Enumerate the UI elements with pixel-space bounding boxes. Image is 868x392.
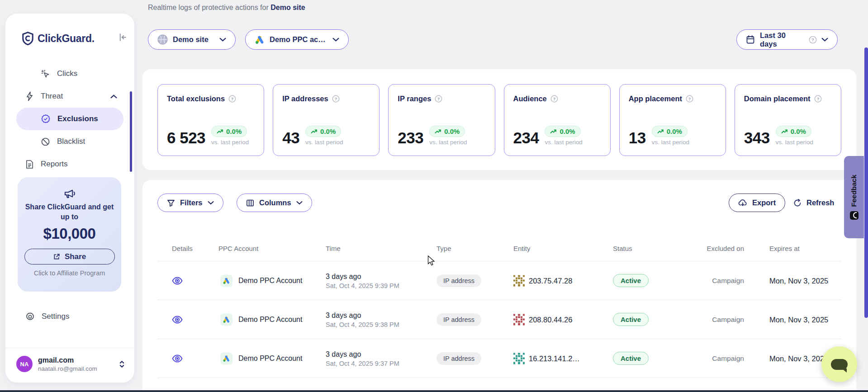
feedback-chat-icon — [850, 211, 859, 220]
stat-delta: 0.0% — [791, 128, 806, 135]
stat-value: 13 — [629, 130, 646, 146]
filters-button-label: Filters — [180, 198, 203, 207]
help-icon[interactable]: ? — [686, 95, 693, 103]
view-details-button[interactable] — [172, 316, 183, 324]
stat-card-domain-placement: Domain placement ? 343 0.0% vs. last per… — [735, 84, 841, 156]
feedback-tab[interactable]: Feedback — [844, 156, 864, 238]
sidebar-item-settings[interactable]: Settings — [5, 305, 134, 328]
sidebar-collapse-icon[interactable] — [118, 33, 128, 42]
columns-button[interactable]: Columns — [237, 194, 312, 212]
ppc-account-cell: Demo PPC Account — [220, 274, 302, 287]
subtitle-text: Realtime logs of protective actions for — [148, 4, 269, 11]
shield-logo-icon — [22, 32, 34, 45]
help-icon[interactable]: ? — [809, 36, 817, 44]
stat-caption: vs. last period — [429, 139, 467, 146]
date-range-label: Last 30 days — [760, 31, 804, 48]
refresh-button-label: Refresh — [806, 198, 834, 207]
stat-caption: vs. last period — [545, 139, 582, 146]
stat-delta: 0.0% — [320, 128, 336, 135]
view-details-button[interactable] — [172, 277, 183, 285]
view-details-button[interactable] — [172, 354, 183, 363]
affiliate-program-link[interactable]: Click to Affiliate Program — [18, 269, 121, 277]
site-selector[interactable]: Demo site — [148, 29, 236, 50]
type-cell: IP address — [436, 316, 481, 324]
type-cell: IP address — [436, 277, 481, 285]
funnel-icon — [167, 199, 175, 207]
help-icon[interactable]: ? — [814, 95, 822, 103]
entity-identicon — [513, 314, 525, 325]
chevron-down-icon — [219, 38, 226, 42]
time-absolute: Sat, Oct 4, 2025 9:37 PM — [326, 359, 399, 367]
sidebar-item-blacklist[interactable]: Blacklist — [5, 130, 134, 153]
time-relative: 3 days ago — [326, 350, 399, 358]
excluded-on-cell: Campaign — [699, 316, 744, 324]
time-relative: 3 days ago — [326, 272, 399, 280]
user-name: gmail.com — [38, 356, 97, 364]
help-icon[interactable]: ? — [228, 95, 236, 103]
chevron-up-icon[interactable] — [110, 94, 117, 99]
external-link-icon — [53, 253, 61, 260]
sidebar-item-threat[interactable]: Threat — [5, 85, 134, 108]
status-cell: Active — [613, 354, 649, 363]
stat-delta: 0.0% — [667, 128, 682, 135]
share-button[interactable]: Share — [24, 249, 115, 264]
help-icon[interactable]: ? — [332, 95, 340, 103]
sidebar-nav: Clicks Threat — [5, 62, 134, 175]
svg-text:?: ? — [816, 97, 819, 101]
entity-value: 16.213.141.2… — [529, 354, 580, 363]
lightning-icon — [25, 91, 34, 101]
chat-launcher-button[interactable] — [821, 346, 857, 382]
columns-icon — [246, 199, 254, 207]
sidebar-item-exclusions[interactable]: Exclusions — [16, 108, 123, 130]
stat-delta: 0.0% — [560, 128, 575, 135]
sidebar-item-reports[interactable]: Reports — [5, 153, 134, 175]
bottom-edge-bar — [0, 390, 868, 392]
calendar-icon — [746, 35, 755, 44]
entity-cell: 16.213.141.2… — [513, 353, 580, 364]
stat-label: Domain placement — [744, 94, 811, 103]
document-icon — [25, 160, 34, 169]
sidebar-scrollbar-thumb[interactable] — [130, 91, 132, 172]
stat-value: 233 — [398, 130, 423, 146]
col-header-time: Time — [326, 244, 341, 252]
exclusions-table-panel: Filters Columns Export — [142, 180, 856, 392]
col-header-details: Details — [172, 244, 193, 252]
filters-button[interactable]: Filters — [157, 194, 223, 212]
page-scrollbar-thumb[interactable] — [864, 47, 868, 318]
chevron-up-down-icon[interactable] — [119, 360, 125, 368]
sidebar-item-clicks[interactable]: Clicks — [5, 62, 134, 85]
account-switcher[interactable]: NA gmail.com naatali.ro@gmail.com — [16, 356, 125, 372]
refresh-icon — [793, 199, 802, 207]
account-name: Demo PPC Account — [238, 354, 302, 363]
stat-label: IP addresses — [282, 94, 328, 103]
type-badge: IP address — [436, 274, 481, 287]
brand-name: ClickGuard. — [38, 33, 95, 45]
stat-caption: vs. last period — [211, 139, 249, 146]
svg-text:?: ? — [553, 97, 555, 101]
stat-caption: vs. last period — [776, 139, 813, 146]
stats-row: Total exclusions ? 6 523 0.0% vs. last p… — [157, 84, 841, 156]
export-button-label: Export — [752, 198, 776, 207]
status-badge: Active — [613, 313, 649, 326]
type-badge: IP address — [436, 352, 481, 365]
help-icon[interactable]: ? — [435, 95, 442, 103]
clickguard-app: ClickGuard. Clicks — [0, 0, 868, 392]
ppc-account-cell: Demo PPC Account — [220, 313, 302, 326]
ppc-account-selector[interactable]: Demo PPC ac… — [245, 29, 349, 50]
help-icon[interactable]: ? — [550, 95, 558, 103]
stat-caption: vs. last period — [652, 139, 689, 146]
chevron-down-icon — [296, 201, 303, 205]
refresh-button[interactable]: Refresh — [789, 194, 839, 212]
status-badge: Active — [613, 274, 649, 287]
entity-value: 203.75.47.28 — [529, 276, 572, 285]
time-absolute: Sat, Oct 4, 2025 9:39 PM — [326, 282, 399, 289]
svg-text:?: ? — [231, 97, 233, 101]
ban-icon — [41, 137, 50, 146]
export-button[interactable]: Export — [729, 194, 785, 212]
promo-headline: Share ClickGuard and get up to — [18, 202, 121, 222]
col-header-ppc-account: PPC Account — [218, 244, 258, 252]
time-cell: 3 days ago Sat, Oct 4, 2025 9:37 PM — [326, 350, 399, 367]
date-range-selector[interactable]: Last 30 days ? — [736, 29, 838, 50]
stats-panel: Total exclusions ? 6 523 0.0% vs. last p… — [142, 69, 856, 170]
subtitle-site-name: Demo site — [270, 4, 305, 11]
